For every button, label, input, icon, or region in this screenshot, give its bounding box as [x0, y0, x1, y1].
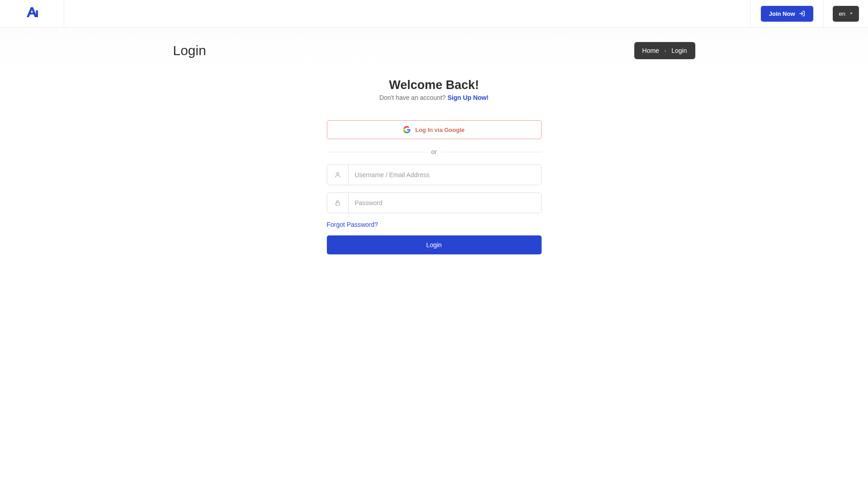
svg-rect-1 — [36, 10, 38, 17]
user-icon — [327, 165, 349, 185]
breadcrumb-current: Login — [671, 47, 687, 54]
language-selector[interactable]: en — [833, 6, 859, 22]
language-label: en — [839, 10, 845, 17]
divider: or — [327, 148, 542, 155]
google-icon — [403, 126, 410, 133]
svg-rect-4 — [335, 202, 339, 205]
breadcrumb-home[interactable]: Home — [642, 47, 659, 54]
svg-rect-0 — [30, 13, 34, 14]
username-input-group — [327, 164, 542, 185]
login-arrow-icon — [799, 10, 805, 17]
breadcrumb: Home › Login — [634, 42, 695, 59]
page-title: Login — [173, 43, 206, 58]
logo[interactable] — [25, 6, 39, 22]
signup-link[interactable]: Sign Up Now! — [448, 94, 489, 101]
header-left — [0, 0, 64, 27]
main-content: Welcome Back! Don't have an account? Sig… — [0, 77, 868, 254]
svg-point-3 — [336, 173, 339, 175]
no-account-text: Don't have an account? — [379, 94, 448, 101]
header: Join Now en — [0, 0, 868, 28]
join-button-wrapper: Join Now — [750, 0, 823, 27]
header-right: Join Now en — [750, 0, 868, 27]
join-now-label: Join Now — [769, 10, 795, 17]
chevron-right-icon: › — [665, 48, 666, 53]
username-input[interactable] — [349, 165, 541, 185]
forgot-password-link[interactable]: Forgot Password? — [327, 221, 378, 228]
language-wrapper: en — [823, 0, 868, 27]
divider-text: or — [426, 148, 442, 155]
google-login-label: Log In via Google — [415, 127, 464, 133]
heading-inner: Login Home › Login — [169, 42, 700, 59]
welcome-title: Welcome Back! — [327, 78, 542, 92]
google-login-button[interactable]: Log In via Google — [327, 120, 542, 139]
page-heading: Login Home › Login — [0, 28, 868, 77]
login-form: Welcome Back! Don't have an account? Sig… — [327, 78, 542, 254]
chevron-down-icon — [850, 13, 853, 14]
password-input-group — [327, 192, 542, 213]
lock-icon — [327, 193, 349, 213]
login-button[interactable]: Login — [327, 235, 542, 254]
welcome-subtitle: Don't have an account? Sign Up Now! — [327, 94, 542, 101]
password-input[interactable] — [349, 193, 541, 213]
logo-container — [0, 0, 64, 27]
join-now-button[interactable]: Join Now — [761, 6, 813, 22]
